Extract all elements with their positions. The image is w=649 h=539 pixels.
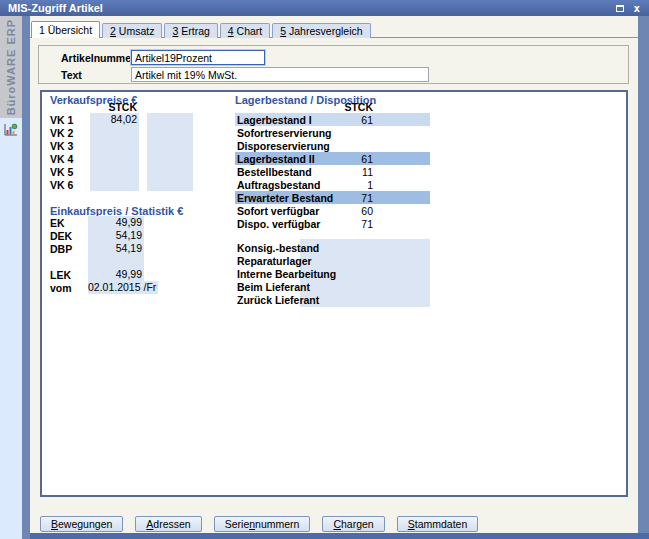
bewegungen-button[interactable]: Bewegungen [40, 516, 123, 532]
row-value: 84,02 [90, 113, 139, 126]
button-label: dressen [153, 518, 190, 530]
artikelnummer-input[interactable] [131, 50, 265, 65]
table-row: LEK49,99 [50, 268, 158, 281]
button-label: hargen [341, 518, 374, 530]
tab-chart[interactable]: 4 Chart [220, 23, 270, 38]
table-row: Dispo. verfügbar71 [235, 217, 430, 230]
table-row: DBP54,19 [50, 242, 158, 255]
restore-icon[interactable] [616, 5, 624, 12]
row-label: EK [50, 217, 88, 229]
row-value: 71 [350, 192, 373, 204]
row-value: 54,19 [88, 229, 144, 242]
seriennummern-button[interactable]: Seriennummern [214, 516, 311, 532]
stammdaten-button[interactable]: Stammdaten [397, 516, 479, 532]
sidebar: BüroWARE ERP [0, 16, 22, 539]
purchase-price-table: EK49,99 DEK54,19 DBP54,19 LEK49,99 vom02… [50, 216, 158, 294]
brand-label: BüroWARE ERP [5, 19, 17, 115]
tab-uebersicht[interactable]: 1 Übersicht [31, 21, 100, 38]
row-label: VK 2 [50, 127, 90, 139]
brand-strip: BüroWARE ERP [0, 16, 22, 118]
table-row: VK 184,02 [50, 113, 193, 126]
tab-label: Übersicht [45, 24, 92, 36]
tab-jahresvergleich[interactable]: 5 Jahresvergleich [272, 23, 370, 38]
table-row: Disporeservierung [235, 139, 430, 152]
row-label: VK 6 [50, 179, 90, 191]
row-value-secondary [147, 165, 193, 178]
row-label: VK 1 [50, 114, 90, 126]
row-label: Bestellbestand [235, 166, 350, 178]
row-label: Disporeservierung [235, 140, 350, 152]
row-value-secondary [147, 139, 193, 152]
stock-table: Lagerbestand I61 Sofortreservierung Disp… [235, 113, 430, 230]
row-value: 61 [350, 153, 373, 165]
special-stock-table: Konsig.-bestand Reparaturlager Interne B… [235, 242, 336, 307]
row-value: 02.01.2015 /Fr [88, 281, 158, 294]
bottom-button-bar: Bewegungen Adressen Seriennummern Charge… [40, 516, 478, 532]
row-value-secondary [147, 152, 193, 165]
table-row: VK 4 [50, 152, 193, 165]
tab-umsatz[interactable]: 2 Umsatz [102, 23, 162, 38]
row-label: Auftragsbestand [235, 179, 350, 191]
row-value: 61 [350, 114, 373, 126]
button-mnemonic: S [408, 518, 415, 530]
button-mnemonic: C [333, 518, 341, 530]
window-frame-left [22, 16, 30, 539]
table-row: Auftragsbestand1 [235, 178, 430, 191]
row-value: 49,99 [88, 216, 144, 229]
overview-panel: Verkaufspreise € STCK VK 184,02 VK 2 VK … [40, 90, 628, 497]
adressen-button[interactable]: Adressen [135, 516, 201, 532]
tab-label: Chart [234, 25, 263, 37]
row-label: Sofortreservierung [235, 127, 350, 139]
tab-label: Jahresvergleich [286, 25, 362, 37]
button-mnemonic: B [51, 518, 58, 530]
window-frame-bottom [30, 533, 649, 539]
table-row: Lagerbestand II61 [235, 152, 430, 165]
title-bar: MIS-Zugriff Artikel x [0, 0, 649, 16]
row-value [90, 165, 139, 178]
row-value [90, 178, 139, 191]
tab-label: Ertrag [178, 25, 210, 37]
table-row: Bestellbestand11 [235, 165, 430, 178]
table-row: DEK54,19 [50, 229, 158, 242]
row-value: 49,99 [88, 268, 144, 281]
row-value: 54,19 [88, 242, 144, 255]
tab-label: Umsatz [116, 25, 155, 37]
row-value [90, 139, 139, 152]
row-value-secondary [147, 178, 193, 191]
row-label: VK 4 [50, 153, 90, 165]
sales-price-table: VK 184,02 VK 2 VK 3 VK 4 VK 5 VK 6 [50, 113, 193, 191]
table-row: VK 5 [50, 165, 193, 178]
row-label: VK 5 [50, 166, 90, 178]
tab-ertrag[interactable]: 3 Ertrag [164, 23, 217, 38]
app-window: MIS-Zugriff Artikel x BüroWARE ERP 1 Übe… [0, 0, 649, 539]
row-label: Beim Lieferant [235, 281, 336, 294]
row-label: Interne Bearbeitung [235, 268, 336, 281]
article-header-group: Artikelnummer Text [38, 45, 629, 84]
table-row [50, 255, 158, 268]
window-frame-right [638, 16, 649, 539]
table-row: vom02.01.2015 /Fr [50, 281, 158, 294]
row-label: DBP [50, 243, 88, 255]
button-label: ewegungen [58, 518, 112, 530]
row-label: Sofort verfügbar [235, 205, 350, 217]
stock-unit-header: STCK [313, 101, 373, 113]
button-label: nummern [255, 518, 299, 530]
button-label: tammdaten [415, 518, 468, 530]
sales-unit-header: STCK [90, 101, 137, 113]
table-row: VK 3 [50, 139, 193, 152]
chart-tool-icon[interactable] [3, 122, 19, 138]
artikelnummer-label: Artikelnummer [61, 52, 135, 64]
window-title: MIS-Zugriff Artikel [0, 2, 616, 14]
close-icon[interactable]: x [633, 3, 640, 14]
table-row: Erwarteter Bestand71 [235, 191, 430, 204]
row-label: Reparaturlager [235, 255, 336, 268]
row-label: VK 3 [50, 140, 90, 152]
row-label: Erwarteter Bestand [235, 192, 350, 204]
row-label: Zurück Lieferant [235, 294, 336, 307]
chargen-button[interactable]: Chargen [322, 516, 384, 532]
tab-strip: 1 Übersicht 2 Umsatz 3 Ertrag 4 Chart 5 … [31, 21, 371, 38]
row-value [90, 152, 139, 165]
text-input[interactable] [131, 67, 429, 82]
titlebar-buttons: x [616, 3, 649, 14]
row-value: 71 [350, 218, 373, 230]
